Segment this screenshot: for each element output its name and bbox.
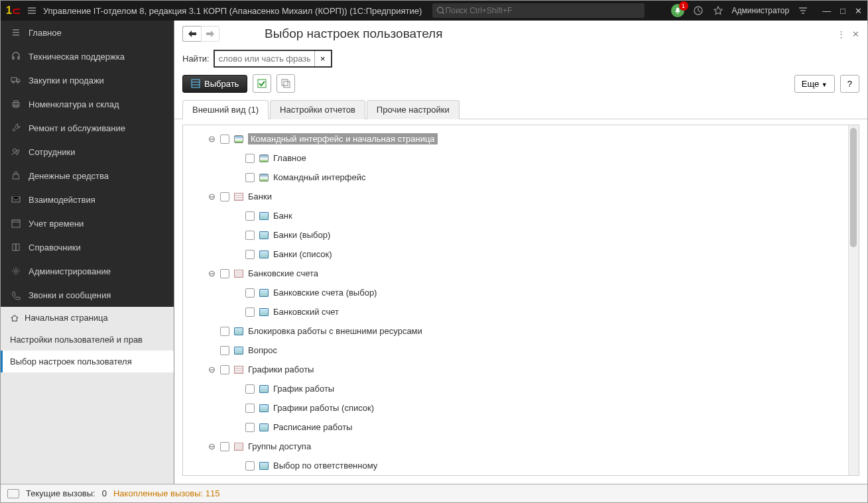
sidebar-sec-item-0[interactable]: Начальная страница [1, 307, 174, 329]
tree-checkbox[interactable] [245, 154, 255, 163]
tab-0[interactable]: Внешний вид (1) [182, 100, 269, 119]
check-all-button[interactable] [253, 74, 271, 93]
tree-row[interactable]: ⊖Банковские счета [186, 264, 845, 283]
settings-lines-icon[interactable] [797, 5, 809, 17]
tree-collapse-icon[interactable]: ⊖ [207, 192, 216, 201]
tree-checkbox[interactable] [245, 404, 255, 413]
tree-item-label: Расписание работы [273, 422, 352, 432]
tree-item-icon [233, 364, 244, 375]
tree-checkbox[interactable] [245, 173, 255, 182]
more-button[interactable]: Еще ▼ [794, 75, 835, 93]
sidebar-item-8[interactable]: Учет времени [1, 211, 174, 235]
menu-icon[interactable] [26, 5, 38, 17]
sidebar-item-7[interactable]: Взаимодействия [1, 188, 174, 211]
maximize-button[interactable]: □ [840, 6, 845, 16]
tree-row[interactable]: Графики работы (список) [186, 398, 845, 418]
nav-back-button[interactable] [182, 26, 201, 42]
tree-row[interactable]: Банки (выбор) [186, 225, 845, 245]
status-monitor-icon[interactable] [7, 489, 19, 498]
tab-2[interactable]: Прочие настройки [367, 100, 460, 119]
tree-checkbox[interactable] [220, 365, 229, 374]
tree-row[interactable]: Главное [186, 148, 845, 168]
settings-tree[interactable]: ⊖Командный интерфейс и начальная страниц… [183, 125, 848, 475]
star-icon[interactable] [712, 5, 724, 17]
close-panel-icon[interactable]: ✕ [852, 29, 859, 39]
find-input[interactable] [215, 51, 314, 66]
sidebar-item-label: Номенклатура и склад [29, 99, 119, 109]
tree-scrollbar[interactable] [848, 125, 859, 475]
tree-row[interactable]: Банк [186, 206, 845, 225]
tree-row[interactable]: Блокировка работы с внешними ресурсами [186, 321, 845, 341]
tree-checkbox[interactable] [220, 135, 229, 144]
history-icon[interactable] [692, 5, 704, 17]
sidebar-item-4[interactable]: Ремонт и обслуживание [1, 116, 174, 140]
tab-1[interactable]: Настройки отчетов [270, 100, 365, 119]
tree-item-label: Банки (выбор) [273, 230, 330, 240]
sidebar-sec-item-2[interactable]: Выбор настроек пользователя [1, 351, 174, 372]
sidebar-item-6[interactable]: Денежные средства [1, 164, 174, 188]
tree-item-label: Банки (список) [273, 249, 332, 259]
tree-row[interactable]: ⊖Командный интерфейс и начальная страниц… [186, 129, 845, 148]
notifications-icon[interactable] [671, 4, 684, 17]
user-label[interactable]: Администратор [732, 6, 790, 15]
tree-checkbox[interactable] [220, 192, 229, 201]
sidebar-item-3[interactable]: Номенклатура и склад [1, 92, 174, 116]
tree-collapse-icon[interactable]: ⊖ [207, 365, 216, 374]
tree-checkbox[interactable] [245, 307, 255, 317]
tree-checkbox[interactable] [220, 442, 229, 451]
tree-item-icon [259, 230, 269, 241]
book-icon [10, 241, 22, 253]
tree-row[interactable]: Расписание работы [186, 418, 845, 437]
tree-row[interactable]: ⊖Графики работы [186, 360, 845, 379]
svg-point-8 [17, 150, 19, 152]
sidebar-item-10[interactable]: Администрирование [1, 259, 174, 283]
find-clear-button[interactable]: × [314, 51, 331, 66]
sidebar-item-5[interactable]: Сотрудники [1, 140, 174, 164]
nav-forward-button[interactable] [201, 26, 219, 42]
sidebar-item-11[interactable]: Звонки и сообщения [1, 283, 174, 307]
tree-row[interactable]: Банки (список) [186, 245, 845, 264]
tree-checkbox[interactable] [220, 346, 229, 355]
sidebar-item-2[interactable]: Закупки и продажи [1, 68, 174, 92]
tree-checkbox[interactable] [245, 288, 255, 298]
global-search[interactable] [432, 3, 645, 18]
global-search-input[interactable] [446, 6, 641, 15]
tree-checkbox[interactable] [220, 269, 229, 278]
tree-collapse-icon[interactable]: ⊖ [207, 135, 216, 144]
tree-row[interactable]: ⊖Группы доступа [186, 437, 845, 456]
tree-item-label: Группы доступа [248, 441, 311, 451]
tree-checkbox[interactable] [245, 384, 255, 394]
tree-item-icon [233, 134, 244, 144]
sidebar-item-1[interactable]: Техническая поддержка [1, 44, 174, 68]
tree-checkbox[interactable] [220, 327, 229, 336]
tree-checkbox[interactable] [245, 250, 255, 259]
tree-collapse-icon[interactable]: ⊖ [207, 269, 216, 278]
tree-collapse-icon[interactable]: ⊖ [207, 442, 216, 451]
sidebar-sec-item-1[interactable]: Настройки пользователей и прав [1, 329, 174, 351]
tree-checkbox[interactable] [245, 461, 255, 471]
close-window-button[interactable]: ✕ [855, 6, 862, 16]
tree-checkbox[interactable] [245, 231, 255, 240]
sidebar-item-label: Справочники [29, 243, 81, 252]
minimize-button[interactable]: — [822, 6, 831, 16]
tree-row[interactable]: Выбор по ответственному [186, 456, 845, 475]
kebab-menu-icon[interactable]: ⋮ [837, 29, 845, 39]
uncheck-all-button[interactable] [277, 74, 295, 93]
users-icon [10, 146, 22, 158]
tree-checkbox[interactable] [245, 423, 255, 432]
tree-scrollbar-thumb[interactable] [850, 128, 857, 247]
sidebar-item-0[interactable]: Главное [1, 21, 174, 44]
tree-item-label: Банковский счет [273, 307, 339, 317]
tree-row[interactable]: График работы [186, 379, 845, 398]
sidebar-item-9[interactable]: Справочники [1, 235, 174, 259]
select-button[interactable]: Выбрать [182, 75, 247, 93]
sidebar-item-label: Главное [29, 28, 62, 38]
help-button[interactable]: ? [840, 75, 859, 93]
tree-row[interactable]: Командный интерфейс [186, 168, 845, 187]
tree-row[interactable]: Вопрос [186, 341, 845, 360]
tree-checkbox[interactable] [245, 211, 255, 221]
tree-row[interactable]: Банковский счет [186, 302, 845, 321]
tree-item-label: График работы [273, 384, 334, 394]
tree-row[interactable]: ⊖Банки [186, 187, 845, 206]
tree-row[interactable]: Банковские счета (выбор) [186, 283, 845, 302]
